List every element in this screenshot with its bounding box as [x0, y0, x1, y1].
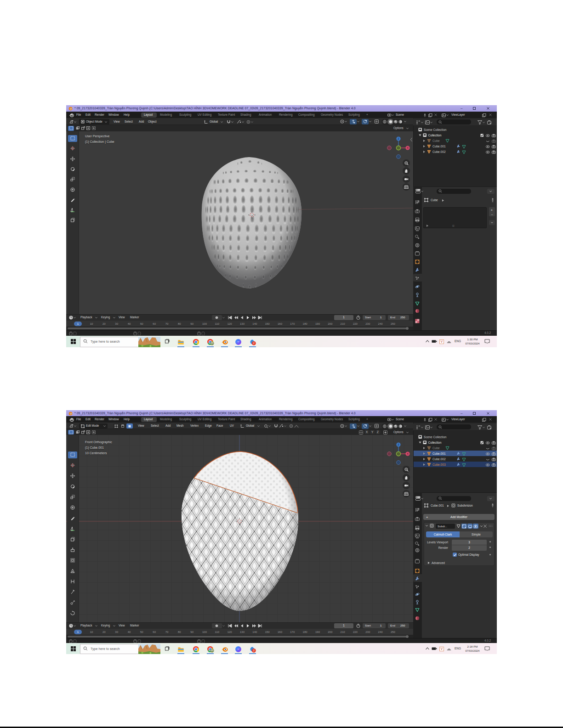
svg-text:X: X — [407, 452, 409, 455]
svg-text:2: 2 — [253, 649, 255, 652]
svg-text:X: X — [407, 147, 409, 149]
svg-text:2: 2 — [253, 342, 255, 344]
